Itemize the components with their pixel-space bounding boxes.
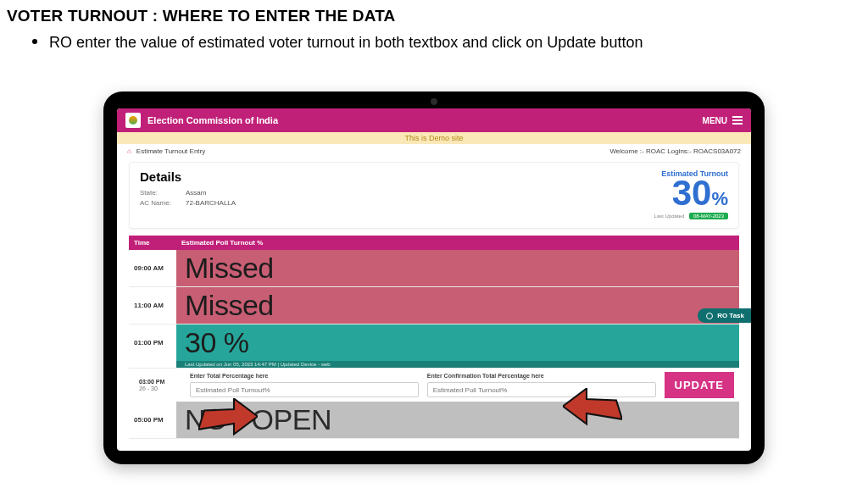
menu-label: MENU xyxy=(703,116,727,125)
status-missed: Missed xyxy=(176,287,739,324)
row-time: 03:00 PM 26 - 30 xyxy=(134,375,181,395)
app-title: Election Commission of India xyxy=(147,115,703,125)
doc-title: VOTER TURNOUT : WHERE TO ENTER THE DATA xyxy=(0,0,868,25)
ro-task-label: RO Task xyxy=(717,312,744,319)
status-not-open: NOT OPEN xyxy=(176,402,739,438)
page-name: Estimate Turnout Entry xyxy=(136,147,205,155)
doc-bullet-text: RO enter the value of estimated voter tu… xyxy=(49,32,643,53)
home-icon[interactable]: ⌂ xyxy=(127,147,131,155)
eci-logo-icon xyxy=(125,113,141,128)
doc-bullet: RO enter the value of estimated voter tu… xyxy=(0,25,868,53)
tablet-frame: Election Commission of India MENU This i… xyxy=(103,92,765,464)
circle-icon xyxy=(706,313,713,319)
table-row: 09:00 AM Missed xyxy=(129,250,739,287)
last-updated-chip: 08-MAY-2023 xyxy=(689,213,728,219)
state-value: Assam xyxy=(186,189,206,197)
col-time-header: Time xyxy=(129,236,176,250)
ro-task-pill[interactable]: RO Task xyxy=(698,308,751,323)
turnout-input-1[interactable] xyxy=(190,382,419,397)
table-row: 11:00 AM Missed xyxy=(129,287,739,324)
camera-icon xyxy=(431,98,437,105)
details-heading: Details xyxy=(140,169,644,184)
status-percent: 30 % xyxy=(176,324,739,361)
entry-row: 03:00 PM 26 - 30 Enter Total Percentage … xyxy=(129,369,739,402)
svg-marker-1 xyxy=(563,389,622,424)
breadcrumb: ⌂ Estimate Turnout Entry Welcome :- ROAC… xyxy=(117,144,751,158)
details-card: Details State:Assam AC Name:72-BARCHALLA… xyxy=(129,162,739,229)
percent-icon: % xyxy=(711,188,728,209)
table-header: Time Estimated Poll Turnout % xyxy=(129,236,739,250)
input1-label: Enter Total Percentage here xyxy=(190,373,419,379)
welcome-text: Welcome :- ROAC Logins:- ROACS03A072 xyxy=(609,147,741,155)
menu-button[interactable]: MENU xyxy=(703,116,743,125)
state-key: State: xyxy=(140,189,179,197)
estimated-turnout-value: 30 xyxy=(672,173,712,213)
ac-value: 72-BARCHALLA xyxy=(186,199,236,207)
update-button[interactable]: UPDATE xyxy=(665,372,734,398)
pointer-arrow-icon xyxy=(198,398,258,441)
demo-banner: This is Demo site xyxy=(117,132,751,144)
app-topbar: Election Commission of India MENU xyxy=(117,108,751,132)
row-time: 01:00 PM xyxy=(129,324,176,361)
hamburger-icon xyxy=(732,116,743,125)
row-time: 11:00 AM xyxy=(129,287,176,324)
svg-marker-0 xyxy=(198,399,258,435)
app-screen: Election Commission of India MENU This i… xyxy=(117,108,751,451)
last-updated-label: Last Updated xyxy=(654,214,685,219)
ac-key: AC Name: xyxy=(140,199,179,207)
row-footnote: Last Updated on Jun 05, 2023 14:47 PM | … xyxy=(176,361,739,368)
status-missed: Missed xyxy=(176,250,739,286)
row-time: 05:00 PM xyxy=(129,402,176,438)
bullet-dot-icon xyxy=(32,39,37,44)
pointer-arrow-icon xyxy=(563,388,622,430)
row-time: 09:00 AM xyxy=(129,250,176,286)
col-value-header: Estimated Poll Turnout % xyxy=(176,236,739,250)
input2-label: Enter Confirmation Total Percentage here xyxy=(427,373,656,379)
